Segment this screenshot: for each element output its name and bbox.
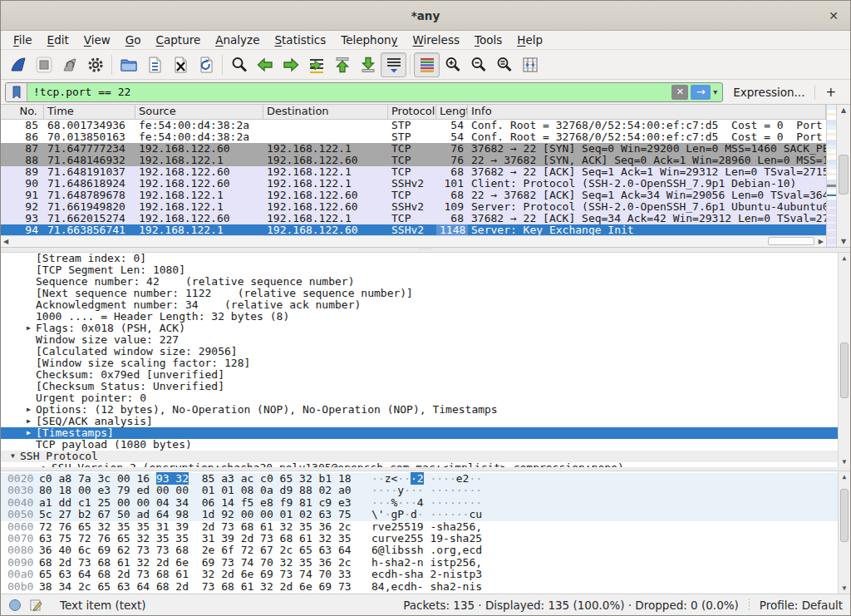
go-top-button[interactable]	[329, 52, 355, 77]
packet-row[interactable]: 8971.648191037192.168.122.60192.168.122.…	[1, 166, 826, 178]
hex-row[interactable]: 006072 76 65 32 35 35 31 39 2d 73 68 61 …	[1, 521, 838, 533]
column-header-source[interactable]: Source	[135, 105, 263, 119]
resize-columns-button[interactable]	[517, 52, 543, 77]
go-bottom-button[interactable]	[355, 52, 381, 77]
scroll-down-icon[interactable]: ▼	[839, 458, 850, 466]
menu-item-help[interactable]: Help	[509, 32, 550, 48]
expander-right-icon[interactable]: ▶	[22, 323, 36, 334]
hex-ascii[interactable]: ecdh-sha 2-nistp3	[360, 569, 482, 580]
detail-row[interactable]: ▼SSH Protocol	[1, 451, 838, 462]
start-capture-button[interactable]	[5, 52, 31, 77]
expander-down-icon[interactable]: ▼	[6, 451, 20, 462]
restart-capture-button[interactable]	[57, 52, 82, 77]
save-file-button[interactable]	[141, 52, 167, 77]
hex-row[interactable]: 00a065 63 64 68 2d 73 68 61 32 2d 6e 69 …	[1, 569, 838, 580]
hex-row[interactable]: 007063 75 72 76 65 32 35 35 31 39 2d 73 …	[1, 533, 838, 545]
detail-row[interactable]: Checksum: 0x79ed [unverified]	[1, 369, 838, 381]
hex-ascii[interactable]: ····y··· ········	[360, 485, 482, 496]
menu-item-view[interactable]: View	[76, 32, 118, 48]
menu-item-go[interactable]: Go	[118, 32, 149, 48]
packet-row[interactable]: 9271.661949820192.168.122.1192.168.122.6…	[1, 201, 826, 213]
hex-bytes[interactable]: 72 76 65 32 35 35 31 39 2d 73 68 61 32 3…	[34, 521, 360, 533]
packet-list-vscrollbar[interactable]: ▲ ▼	[836, 105, 850, 247]
hex-ascii[interactable]: ···%···4 ········	[360, 497, 482, 509]
hex-ascii[interactable]: ··z<···2 ····e2··	[360, 473, 482, 485]
packet-row[interactable]: 8871.648146932192.168.122.1192.168.122.6…	[1, 155, 826, 166]
vscroll-thumb[interactable]	[839, 155, 849, 195]
detail-row[interactable]: 1000 .... = Header Length: 32 bytes (8)	[1, 311, 838, 323]
hex-row[interactable]: 00b038 34 2c 65 63 64 68 2d 73 68 61 32 …	[1, 581, 838, 593]
colorize-button[interactable]	[414, 52, 440, 77]
capture-options-button[interactable]	[82, 52, 108, 77]
expression-button[interactable]: Expression...	[723, 86, 814, 99]
menu-item-edit[interactable]: Edit	[40, 32, 76, 48]
autoscroll-button[interactable]	[381, 52, 406, 77]
scroll-left-icon[interactable]: ◀	[3, 238, 8, 245]
hex-row[interactable]: 003080 18 00 e3 79 ed 00 00 01 01 08 0a …	[1, 485, 838, 496]
expander-right-icon[interactable]: ▶	[22, 416, 36, 427]
detail-row[interactable]: Window size value: 227	[1, 334, 838, 346]
hscroll-thumb[interactable]	[768, 237, 814, 245]
hex-ascii[interactable]: curve255 19-sha25	[360, 533, 482, 545]
detail-row[interactable]: Acknowledgment number: 34 (relative ack …	[1, 299, 838, 311]
close-file-button[interactable]	[167, 52, 193, 77]
scroll-down-icon[interactable]: ▼	[839, 584, 850, 592]
menu-item-file[interactable]: File	[6, 32, 40, 48]
filter-apply-button[interactable]: →	[691, 85, 711, 100]
hex-ascii[interactable]: \'·gP·d· ······cu	[360, 509, 482, 520]
menu-item-tools[interactable]: Tools	[467, 32, 509, 48]
menu-item-analyze[interactable]: Analyze	[208, 32, 267, 48]
packet-row[interactable]: 9471.663856741192.168.122.1192.168.122.6…	[1, 224, 826, 235]
zoom-in-button[interactable]	[440, 52, 465, 77]
packet-row[interactable]: 9371.662015274192.168.122.60192.168.122.…	[1, 213, 826, 224]
column-header-time[interactable]: Time	[44, 105, 135, 119]
filter-bookmark-button[interactable]	[6, 83, 27, 101]
bytes-vscrollbar[interactable]: ▲ ▼	[838, 471, 850, 594]
detail-row[interactable]: [Checksum Status: Unverified]	[1, 381, 838, 392]
detail-row[interactable]: Urgent pointer: 0	[1, 392, 838, 404]
go-forward-button[interactable]	[278, 52, 303, 77]
detail-row[interactable]: ▶[SEQ/ACK analysis]	[1, 416, 838, 427]
packet-row[interactable]: 8670.013850163fe:54:00:d4:38:2aSTP54Conf…	[1, 131, 826, 143]
detail-row[interactable]: ▶SSH Version 2 (encryption:chacha20-poly…	[1, 462, 838, 467]
expander-right-icon[interactable]: ▶	[22, 427, 36, 439]
close-window-button[interactable]: ✕	[825, 7, 842, 24]
detail-row[interactable]: [TCP Segment Len: 1080]	[1, 264, 838, 276]
details-scroll-thumb[interactable]	[840, 342, 849, 398]
menu-item-wireless[interactable]: Wireless	[405, 32, 467, 48]
column-header-protocol[interactable]: Protocol	[388, 105, 436, 119]
packet-row[interactable]: 9071.648618924192.168.122.60192.168.122.…	[1, 178, 826, 190]
stop-capture-button[interactable]	[31, 52, 57, 77]
hex-ascii[interactable]: rve25519 -sha256,	[360, 521, 482, 533]
hex-bytes[interactable]: a1 dd c1 25 00 00 04 34 06 14 f5 e8 f9 8…	[34, 497, 360, 509]
detail-row[interactable]: [Stream index: 0]	[1, 253, 838, 264]
scroll-up-icon[interactable]: ▲	[837, 106, 850, 114]
filter-clear-button[interactable]: ✕	[671, 85, 688, 100]
hex-bytes[interactable]: 5c 27 b2 67 50 ad 64 98 1d 92 00 00 01 0…	[34, 509, 360, 520]
detail-row[interactable]: ▶Flags: 0x018 (PSH, ACK)	[1, 323, 838, 334]
capture-comment-button[interactable]	[29, 599, 42, 612]
hex-bytes[interactable]: c0 a8 7a 3c 00 16 93 32 85 a3 ac c0 65 3…	[34, 473, 360, 485]
hex-row[interactable]: 0020c0 a8 7a 3c 00 16 93 32 85 a3 ac c0 …	[1, 473, 838, 485]
find-packet-button[interactable]	[226, 52, 252, 77]
expander-right-icon[interactable]: ▶	[22, 404, 36, 416]
packet-row[interactable]: 8568.001734936fe:54:00:d4:38:2aSTP54Conf…	[1, 120, 826, 131]
detail-row[interactable]: ▶[Timestamps]	[1, 427, 838, 439]
scroll-up-icon[interactable]: ▲	[839, 473, 850, 480]
detail-row[interactable]: [Next sequence number: 1122 (relative se…	[1, 288, 838, 299]
hex-bytes[interactable]: 80 18 00 e3 79 ed 00 00 01 01 08 0a d9 8…	[34, 485, 360, 496]
detail-row[interactable]: Sequence number: 42 (relative sequence n…	[1, 276, 838, 288]
add-filter-button[interactable]: +	[815, 85, 846, 100]
zoom-original-button[interactable]	[491, 52, 517, 77]
packet-row[interactable]: 8771.647777234192.168.122.60192.168.122.…	[1, 143, 826, 155]
filter-history-dropdown[interactable]: ▾	[713, 87, 717, 96]
hex-ascii[interactable]: 6@libssh .org,ecd	[360, 545, 482, 556]
display-filter-input[interactable]: !tcp.port == 22 ✕ → ▾	[5, 82, 723, 102]
hex-row[interactable]: 009068 2d 73 68 61 32 2d 6e 69 73 74 70 …	[1, 557, 838, 569]
hex-bytes[interactable]: 68 2d 73 68 61 32 2d 6e 69 73 74 70 32 3…	[34, 557, 360, 569]
detail-row[interactable]: [Window size scaling factor: 128]	[1, 357, 838, 369]
reload-file-button[interactable]	[193, 52, 219, 77]
details-vscrollbar[interactable]: ▲ ▼	[838, 253, 850, 467]
column-header-no[interactable]: No.	[1, 105, 44, 119]
detail-row[interactable]: ▶Options: (12 bytes), No-Operation (NOP)…	[1, 404, 838, 416]
